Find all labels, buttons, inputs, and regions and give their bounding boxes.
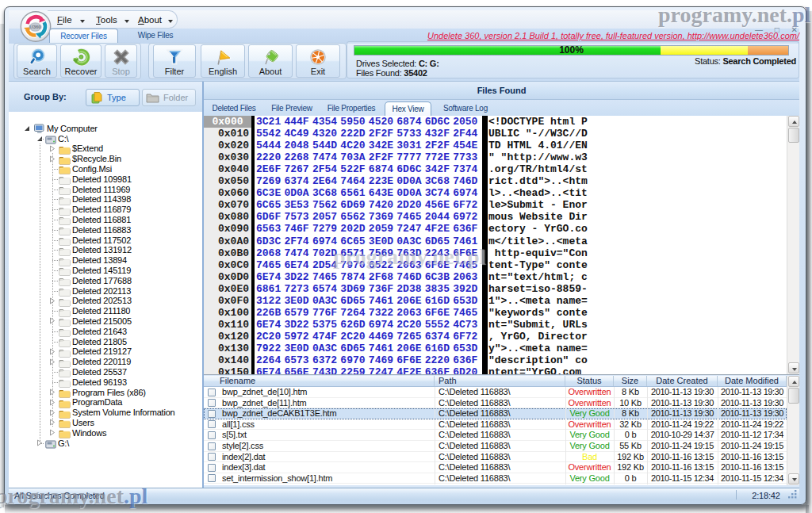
svg-text:U360: U360 bbox=[29, 25, 41, 29]
